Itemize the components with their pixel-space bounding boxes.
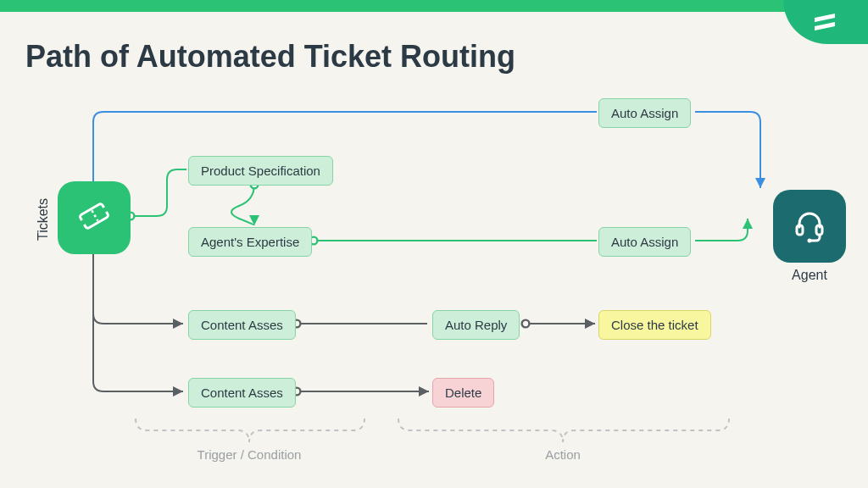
node-auto-reply: Auto Reply [432, 310, 520, 340]
page-title: Path of Automated Ticket Routing [25, 39, 515, 75]
ticket-icon [75, 197, 114, 239]
svg-point-8 [808, 239, 812, 243]
agent-node [773, 190, 846, 263]
top-accent-bar [0, 0, 868, 12]
node-content-asses-1: Content Asses [188, 310, 296, 340]
tickets-label: Tickets [36, 198, 51, 241]
headset-icon [790, 205, 829, 247]
node-close-ticket: Close the ticket [598, 310, 711, 340]
brand-swoosh-icon [813, 13, 838, 31]
node-auto-assign-top: Auto Assign [598, 98, 691, 128]
brand-corner [783, 0, 868, 44]
group-trigger-condition: Trigger / Condition [164, 447, 334, 462]
agent-label: Agent [788, 268, 831, 283]
node-content-asses-2: Content Asses [188, 378, 296, 408]
node-delete: Delete [432, 378, 494, 408]
tickets-node [58, 181, 131, 254]
node-product-specification: Product Specification [188, 156, 333, 186]
group-action: Action [478, 447, 648, 462]
svg-line-5 [92, 210, 97, 220]
node-auto-assign-mid: Auto Assign [598, 227, 691, 257]
node-agent-expertise: Agent's Expertise [188, 227, 312, 257]
